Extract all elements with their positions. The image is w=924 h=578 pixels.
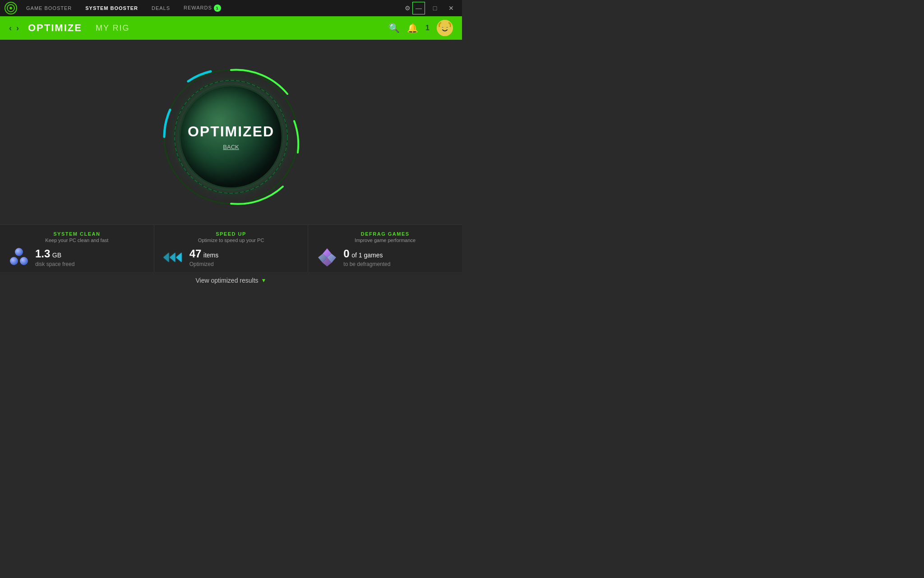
nav-game-booster[interactable]: GAME BOOSTER (26, 5, 72, 11)
search-icon[interactable]: 🔍 (388, 23, 400, 33)
stat-card-system-clean: SYSTEM CLEAN Keep your PC clean and fast (0, 225, 154, 272)
defrag-icon (317, 247, 337, 267)
stats-section: SYSTEM CLEAN Keep your PC clean and fast (0, 224, 462, 289)
title-bar: GAME BOOSTER SYSTEM BOOSTER DEALS REWARD… (0, 0, 462, 16)
speed-up-values: 47 items Optimized (189, 247, 219, 267)
system-clean-unit: GB (52, 252, 61, 259)
defrag-value-row: 0 of 1 games (343, 247, 390, 260)
svg-marker-12 (163, 252, 169, 262)
speed-up-value: 47 (189, 247, 202, 260)
window-controls: — □ ✕ (412, 2, 457, 14)
speed-up-value-row: 47 items (189, 247, 219, 260)
optimized-circle[interactable]: OPTIMIZED BACK (179, 85, 283, 189)
back-arrow[interactable]: ‹ (9, 23, 12, 33)
close-button[interactable]: ✕ (445, 2, 457, 14)
header-right: 🔍 🔔 1 (388, 20, 453, 36)
nav-items: GAME BOOSTER SYSTEM BOOSTER DEALS REWARD… (26, 5, 405, 12)
chevron-down-icon: ▼ (261, 277, 267, 284)
circle-container: OPTIMIZED BACK (0, 40, 462, 224)
speed-up-title: SPEED UP (163, 231, 299, 237)
view-results-label: View optimized results (196, 277, 259, 284)
defrag-unit: of 1 games (351, 252, 383, 259)
system-clean-value: 1.3 (35, 247, 50, 260)
nav-rewards[interactable]: REWARDS1 (184, 5, 221, 12)
maximize-button[interactable]: □ (429, 2, 441, 14)
defrag-value: 0 (343, 247, 349, 260)
avatar[interactable] (437, 20, 453, 36)
defrag-subtitle: Improve game performance (317, 238, 453, 243)
speed-up-label: Optimized (189, 261, 219, 267)
speed-up-unit: items (203, 252, 218, 259)
stats-cards: SYSTEM CLEAN Keep your PC clean and fast (0, 224, 462, 272)
page-title: OPTIMIZE (28, 22, 82, 34)
system-clean-subtitle: Keep your PC clean and fast (9, 238, 145, 243)
defrag-values: 0 of 1 games to be defragmented (343, 247, 390, 267)
nav-arrows: ‹ › (9, 23, 19, 33)
view-results-link[interactable]: View optimized results ▼ (196, 277, 267, 284)
nav-deals[interactable]: DEALS (152, 5, 170, 11)
back-link[interactable]: BACK (223, 144, 239, 150)
system-clean-value-row: 1.3 GB (35, 247, 74, 260)
svg-marker-13 (170, 252, 175, 262)
forward-arrow[interactable]: › (16, 23, 19, 33)
svg-marker-14 (176, 252, 181, 262)
svg-point-9 (15, 248, 23, 256)
optimized-label: OPTIMIZED (188, 123, 274, 140)
bell-icon[interactable]: 🔔 (407, 23, 418, 33)
system-clean-title: SYSTEM CLEAN (9, 231, 145, 237)
main-content: OPTIMIZED BACK SYSTEM CLEAN Keep your PC… (0, 40, 462, 289)
defrag-data: 0 of 1 games to be defragmented (317, 247, 453, 267)
speed-up-subtitle: Optimize to speed up your PC (163, 238, 299, 243)
svg-point-2 (9, 7, 12, 9)
stat-card-speed-up: SPEED UP Optimize to speed up your PC (154, 225, 309, 272)
defrag-label: to be defragmented (343, 261, 390, 267)
system-clean-values: 1.3 GB disk space freed (35, 247, 74, 267)
nav-system-booster[interactable]: SYSTEM BOOSTER (85, 5, 138, 11)
header-bar: ‹ › OPTIMIZE MY RIG 🔍 🔔 1 (0, 16, 462, 40)
outer-ring: OPTIMIZED BACK (161, 67, 301, 207)
stat-card-defrag: DEFRAG GAMES Improve game performance (308, 225, 462, 272)
speed-up-data: 47 items Optimized (163, 247, 299, 267)
system-clean-icon (9, 247, 29, 267)
view-results-bar: View optimized results ▼ (0, 272, 462, 289)
settings-icon[interactable]: ⚙ (405, 5, 411, 12)
svg-point-11 (20, 257, 28, 265)
notification-count: 1 (425, 24, 430, 32)
svg-point-10 (10, 257, 18, 265)
minimize-button[interactable]: — (412, 2, 425, 14)
rewards-badge: 1 (214, 5, 221, 12)
app-logo (5, 2, 17, 14)
defrag-title: DEFRAG GAMES (317, 231, 453, 237)
system-clean-data: 1.3 GB disk space freed (9, 247, 145, 267)
system-clean-label: disk space freed (35, 261, 74, 267)
speed-up-icon (163, 247, 183, 267)
page-subtitle[interactable]: MY RIG (96, 23, 130, 33)
